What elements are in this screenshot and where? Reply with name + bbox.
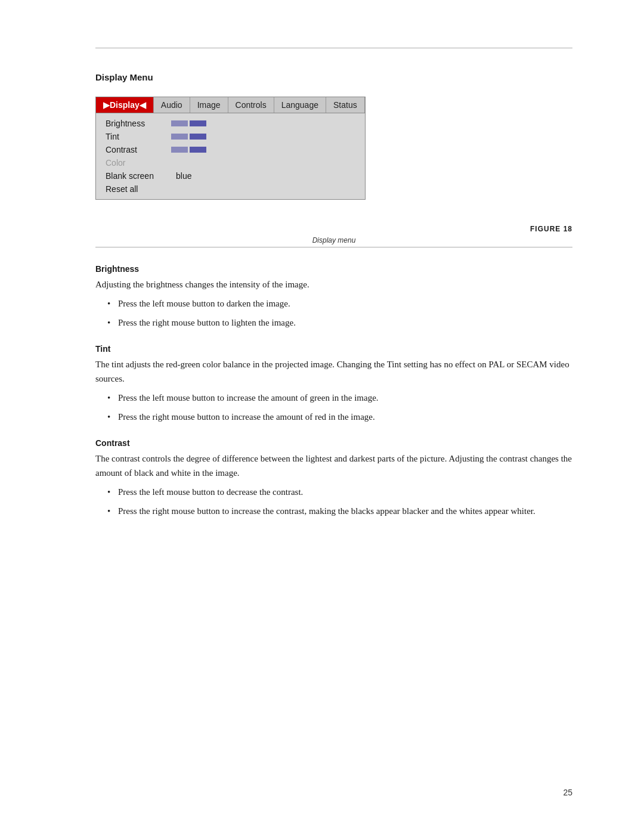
brightness-bar — [171, 120, 206, 126]
bar-left-brightness — [171, 120, 188, 126]
bullet-contrast-2: Press the right mouse button to increase… — [107, 504, 572, 518]
page-number: 25 — [563, 788, 572, 797]
section-title: Display Menu — [95, 72, 572, 82]
bar-right-tint — [190, 134, 206, 140]
subsection-tint: Tint The tint adjusts the red-green colo… — [95, 344, 572, 424]
tab-image-label: Image — [197, 100, 221, 110]
menu-label-color: Color — [106, 158, 171, 168]
bullet-list-brightness: Press the left mouse button to darken th… — [107, 296, 572, 330]
bullet-tint-2: Press the right mouse button to increase… — [107, 410, 572, 424]
tab-audio-label: Audio — [161, 100, 182, 110]
tab-controls[interactable]: Controls — [228, 97, 274, 113]
subsection-title-brightness: Brightness — [95, 264, 572, 274]
menu-label-blank-screen: Blank screen — [106, 171, 171, 181]
figure-area: Figure 18 — [95, 224, 572, 234]
bullet-brightness-2: Press the right mouse button to lighten … — [107, 315, 572, 330]
figure-label: Figure 18 — [530, 225, 572, 233]
bullet-brightness-1: Press the left mouse button to darken th… — [107, 296, 572, 311]
menu-tabs: ▶Display◀ Audio Image Controls Language … — [96, 97, 365, 113]
page-container: Display Menu ▶Display◀ Audio Image Contr… — [0, 0, 644, 833]
top-rule — [95, 48, 572, 48]
subsection-body-tint: The tint adjusts the red-green color bal… — [95, 357, 572, 386]
tab-image[interactable]: Image — [190, 97, 228, 113]
menu-row-reset-all: Reset all — [96, 182, 365, 196]
bar-right-brightness — [190, 120, 206, 126]
menu-label-reset-all: Reset all — [106, 184, 171, 194]
menu-row-blank-screen: Blank screen blue — [96, 169, 365, 182]
bar-left-tint — [171, 134, 188, 140]
subsection-body-contrast: The contrast controls the degree of diff… — [95, 451, 572, 480]
contrast-bar — [171, 147, 206, 153]
tab-display-label: Display — [110, 100, 140, 110]
bullet-list-tint: Press the left mouse button to increase … — [107, 391, 572, 424]
bar-right-contrast — [190, 147, 206, 153]
menu-row-tint: Tint — [96, 130, 365, 143]
subsection-contrast: Contrast The contrast controls the degre… — [95, 438, 572, 518]
tab-language[interactable]: Language — [274, 97, 326, 113]
menu-label-contrast: Contrast — [106, 145, 171, 154]
tab-status[interactable]: Status — [326, 97, 365, 113]
menu-row-color: Color — [96, 156, 365, 169]
tab-language-label: Language — [281, 100, 318, 110]
bottom-rule — [95, 247, 572, 247]
menu-label-tint: Tint — [106, 132, 171, 141]
menu-label-brightness: Brightness — [106, 119, 171, 128]
figure-caption: Display menu — [95, 236, 572, 244]
subsection-title-contrast: Contrast — [95, 438, 572, 448]
menu-row-contrast: Contrast — [96, 143, 365, 156]
tab-display[interactable]: ▶Display◀ — [96, 97, 154, 113]
tab-status-label: Status — [333, 100, 357, 110]
arrow-left-icon: ▶ — [103, 100, 110, 110]
subsection-brightness: Brightness Adjusting the brightness chan… — [95, 264, 572, 330]
menu-ui: ▶Display◀ Audio Image Controls Language … — [95, 97, 366, 200]
menu-row-brightness: Brightness — [96, 117, 365, 130]
tab-controls-label: Controls — [236, 100, 267, 110]
blank-screen-value: blue — [176, 171, 191, 181]
subsection-title-tint: Tint — [95, 344, 572, 354]
bullet-list-contrast: Press the left mouse button to decrease … — [107, 485, 572, 518]
arrow-right-icon: ◀ — [140, 100, 146, 110]
subsection-body-brightness: Adjusting the brightness changes the int… — [95, 277, 572, 292]
tab-audio[interactable]: Audio — [154, 97, 190, 113]
menu-body: Brightness Tint Contrast — [96, 113, 365, 199]
bullet-tint-1: Press the left mouse button to increase … — [107, 391, 572, 405]
tint-bar — [171, 134, 206, 140]
bullet-contrast-1: Press the left mouse button to decrease … — [107, 485, 572, 499]
bar-left-contrast — [171, 147, 188, 153]
